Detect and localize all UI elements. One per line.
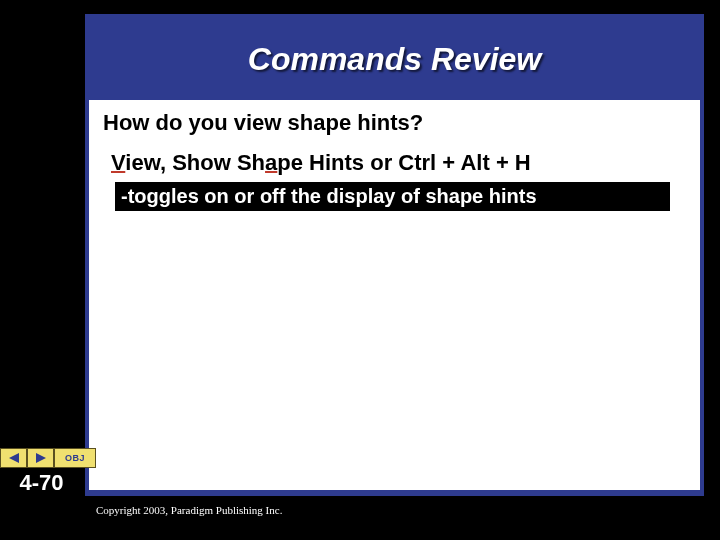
copyright-text: Copyright 2003, Paradigm Publishing Inc. (96, 504, 282, 516)
nav-strip: OBJ (0, 448, 96, 468)
next-button[interactable] (27, 448, 54, 468)
svg-marker-1 (36, 453, 46, 463)
obj-button[interactable]: OBJ (54, 448, 96, 468)
slide-number: 4-70 (0, 470, 83, 496)
answer-seg1: V (111, 150, 125, 175)
prev-button[interactable] (0, 448, 27, 468)
answer-seg3: a (265, 150, 277, 175)
answer-seg2: iew, Show Sh (125, 150, 265, 175)
separator-line (85, 494, 704, 496)
obj-label: OBJ (65, 453, 85, 463)
answer-seg4: pe Hints or Ctrl + Alt + H (277, 150, 530, 175)
svg-marker-0 (9, 453, 19, 463)
slide-frame: Commands Review How do you view shape hi… (85, 14, 704, 494)
question-text: How do you view shape hints? (89, 100, 700, 140)
arrow-left-icon (7, 452, 21, 464)
answer-line: View, Show Shape Hints or Ctrl + Alt + H (89, 140, 700, 176)
toggle-description: -toggles on or off the display of shape … (115, 182, 670, 211)
arrow-right-icon (34, 452, 48, 464)
slide-title: Commands Review (89, 18, 700, 100)
